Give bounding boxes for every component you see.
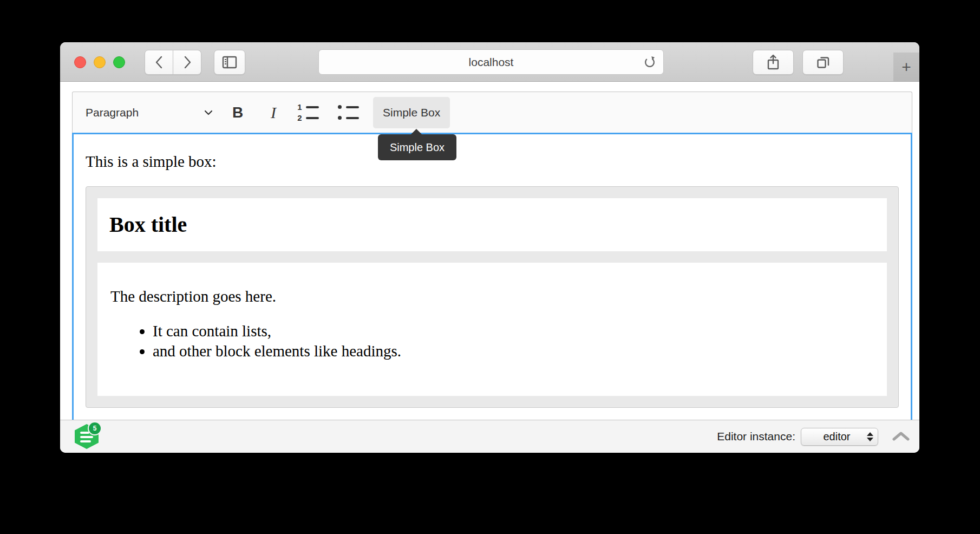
- italic-icon: I: [271, 103, 276, 122]
- simple-box-description-section[interactable]: The description goes here. It can contai…: [97, 263, 887, 396]
- simple-box-widget[interactable]: Box title The description goes here. It …: [86, 186, 899, 408]
- bulleted-list-button[interactable]: [337, 101, 365, 125]
- editor-instance-label: Editor instance:: [717, 430, 795, 443]
- heading-dropdown[interactable]: Paragraph: [86, 100, 213, 125]
- box-title-heading[interactable]: Box title: [109, 212, 875, 237]
- browser-window: localhost: [60, 42, 919, 453]
- simple-box-tooltip: Simple Box: [378, 134, 456, 160]
- simple-box-button-label: Simple Box: [383, 106, 440, 119]
- italic-button[interactable]: I: [262, 101, 285, 125]
- tabs-overview-icon: [816, 55, 831, 70]
- chevron-up-icon: [892, 432, 910, 441]
- sidebar-toggle-button[interactable]: [214, 50, 245, 75]
- reload-icon: [643, 55, 657, 69]
- web-page: Paragraph B I 1 2: [60, 82, 919, 420]
- forward-icon: [182, 55, 192, 69]
- simple-box-title-section[interactable]: Box title: [97, 198, 887, 251]
- inspector-bar: 5 Editor instance: editor: [60, 420, 919, 453]
- titlebar-right-buttons: [753, 50, 844, 75]
- sidebar-icon: [222, 56, 237, 69]
- simple-box-button[interactable]: Simple Box: [373, 97, 450, 128]
- tooltip-text: Simple Box: [390, 141, 445, 154]
- bold-button[interactable]: B: [226, 101, 250, 125]
- zoom-window-button[interactable]: [113, 56, 125, 68]
- heading-dropdown-label: Paragraph: [86, 106, 139, 119]
- close-window-button[interactable]: [74, 56, 86, 68]
- bold-icon: B: [232, 104, 243, 121]
- bulleted-list-icon: [337, 104, 359, 110]
- new-tab-button[interactable]: +: [893, 53, 919, 81]
- chevron-down-icon: [204, 110, 213, 115]
- bulleted-list-icon: [337, 115, 359, 121]
- editor-editable-area[interactable]: This is a simple box: Box title The desc…: [72, 133, 912, 420]
- window-controls: [74, 56, 125, 68]
- forward-button[interactable]: [173, 50, 201, 75]
- history-nav-group: [145, 50, 201, 75]
- editor-instance-select[interactable]: editor: [801, 428, 878, 446]
- description-paragraph[interactable]: The description goes here.: [110, 285, 874, 307]
- numbered-list-icon: 2: [297, 115, 319, 121]
- select-arrows-icon: [867, 432, 873, 441]
- address-url: localhost: [469, 56, 514, 69]
- share-button[interactable]: [753, 50, 794, 75]
- numbered-list-icon: 1: [297, 104, 319, 110]
- collapse-inspector-button[interactable]: [892, 432, 910, 441]
- plus-icon: +: [901, 59, 911, 75]
- inspector-badge: 5: [88, 421, 102, 435]
- address-bar[interactable]: localhost: [318, 49, 664, 75]
- intro-paragraph[interactable]: This is a simple box:: [86, 151, 899, 172]
- share-icon: [766, 54, 780, 70]
- description-list: It can contain lists, and other block el…: [110, 321, 874, 361]
- list-item[interactable]: It can contain lists,: [153, 321, 874, 341]
- reload-button[interactable]: [643, 55, 657, 71]
- editor-instance-value: editor: [810, 431, 864, 443]
- list-item[interactable]: and other block elements like headings.: [153, 341, 874, 361]
- back-button[interactable]: [145, 50, 173, 75]
- screen-background: localhost: [0, 0, 980, 534]
- minimize-window-button[interactable]: [94, 56, 106, 68]
- editor-toolbar: Paragraph B I 1 2: [72, 92, 912, 133]
- badge-count: 5: [93, 425, 97, 432]
- tooltip-caret: [410, 129, 422, 135]
- back-icon: [154, 55, 164, 69]
- inspector-logo-button[interactable]: 5: [75, 423, 100, 450]
- show-all-tabs-button[interactable]: [802, 50, 844, 75]
- numbered-list-button[interactable]: 1 2: [297, 101, 325, 125]
- browser-titlebar: localhost: [60, 42, 919, 82]
